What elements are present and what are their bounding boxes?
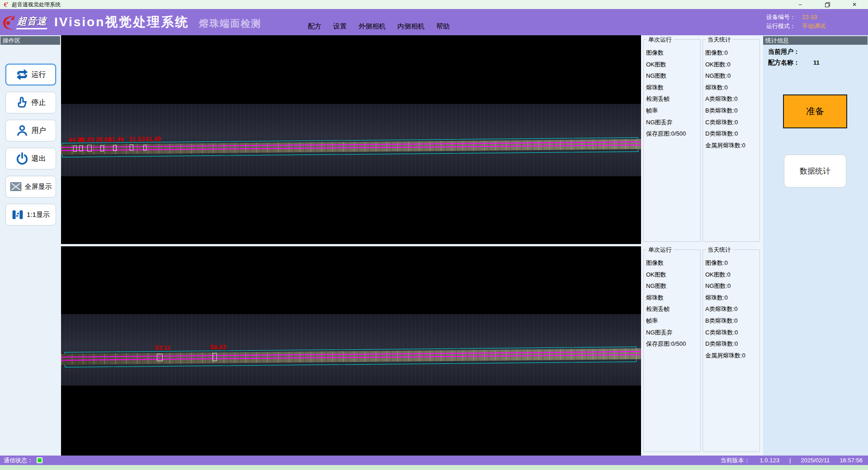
hand-icon [15, 96, 29, 109]
single-run-group: 单次运行 图像数 OK图数 NG图数 熔珠数 检测丢帧 帧率 NG图丢弃 保存原… [643, 249, 701, 452]
version-label: 当前版本： [721, 456, 750, 465]
stat-row: 图像数:0 [705, 257, 760, 269]
current-user-label: 当前用户： [768, 48, 800, 55]
fullscreen-button-label: 全屏显示 [25, 183, 52, 191]
daily-stats-title: 当天统计 [706, 246, 733, 254]
stat-row: B类熔珠数:0 [705, 105, 760, 117]
stat-row: 金属屑熔珠数:0 [705, 140, 760, 151]
one-to-one-button-label: 1:1显示 [27, 211, 50, 219]
brand: 超音速 [0, 13, 50, 32]
defect-box [100, 145, 104, 151]
defect-box [79, 146, 83, 151]
device-id-value: 22-33 [802, 13, 834, 22]
stat-row: 熔珠数 [646, 82, 700, 94]
stats-section-inner: 单次运行 图像数 OK图数 NG图数 熔珠数 检测丢帧 帧率 NG图丢弃 保存原… [642, 245, 762, 456]
stat-row: NG图数:0 [705, 280, 760, 292]
app-header: 超音速 IVision视觉处理系统 熔珠端面检测 配方 设置 外侧相机 内侧相机… [0, 9, 868, 35]
window-title: 超音速视觉处理系统 [12, 1, 61, 9]
inner-camera-view: 53.11 56.43 [61, 246, 641, 456]
stat-row: OK图数:0 [705, 59, 760, 70]
menu-item-settings[interactable]: 设置 [327, 20, 353, 33]
single-run-title: 单次运行 [646, 246, 674, 254]
defect-box [130, 145, 133, 151]
menu-item-outer-camera[interactable]: 外侧相机 [353, 20, 392, 33]
daily-stats-group: 当天统计 图像数:0 OK图数:0 NG图数:0 熔珠数:0 A类熔珠数:0 B… [703, 249, 760, 452]
status-separator: | [789, 457, 791, 464]
stats-section-outer: 单次运行 图像数 OK图数 NG图数 熔珠数 检测丢帧 帧率 NG图丢弃 保存原… [642, 35, 762, 245]
stat-row: 熔珠数:0 [705, 292, 760, 304]
stat-row: 图像数 [646, 47, 700, 59]
stat-row: NG图数 [646, 280, 700, 292]
single-run-group: 单次运行 图像数 OK图数 NG图数 熔珠数 检测丢帧 帧率 NG图丢弃 保存原… [643, 39, 701, 242]
recipe-name-row: 配方名称： 11 [768, 59, 820, 67]
fullscreen-button[interactable]: 全屏显示 [5, 176, 56, 197]
sidebar-title: 操作区 [0, 36, 60, 45]
stat-row: 熔珠数:0 [705, 82, 760, 94]
stop-button[interactable]: 停止 [5, 92, 56, 113]
stat-row: 图像数:0 [705, 47, 760, 59]
run-mode-value: 手动调试 [802, 22, 834, 31]
main-menu: 配方 设置 外侧相机 内侧相机 帮助 [302, 20, 456, 33]
stat-row: C类熔珠数:0 [705, 327, 760, 338]
defect-box [87, 145, 92, 152]
measurement-label: 31.53 [129, 135, 145, 142]
minimize-button[interactable]: – [787, 0, 814, 9]
stat-row: 帧率 [646, 105, 700, 117]
daily-stats-group: 当天统计 图像数:0 OK图数:0 NG图数:0 熔珠数:0 A类熔珠数:0 B… [703, 39, 760, 242]
defect-box [212, 353, 217, 361]
stat-row: NG图丢弃 [646, 327, 700, 338]
app-subtitle: 熔珠端面检测 [199, 17, 261, 30]
main-area: 操作区 运行 [0, 35, 868, 456]
defect-box [73, 146, 77, 152]
os-titlebar: 超音速视觉处理系统 – ✕ [0, 0, 868, 9]
outer-camera-view: 44.39 41.85 39.83 41.49 31.53 41.49 [61, 35, 641, 244]
stat-row: 检测丢帧 [646, 93, 700, 105]
app-logo-icon [3, 1, 9, 8]
exit-button[interactable]: 退出 [5, 148, 56, 169]
comm-status-indicator [37, 457, 42, 463]
defect-box [113, 145, 117, 151]
close-button[interactable]: ✕ [841, 0, 868, 9]
stat-row: OK图数 [646, 269, 700, 281]
stat-row: 熔珠数 [646, 292, 700, 304]
measurement-label: 41.49 [108, 136, 124, 143]
minimize-icon: – [799, 1, 802, 8]
stat-row: C类熔珠数:0 [705, 117, 760, 128]
device-info: 设备编号： 22-33 运行模式： 手动调试 [766, 13, 834, 31]
device-id-label: 设备编号： [766, 13, 796, 22]
stat-row: 保存原图:0/500 [646, 338, 700, 350]
data-statistics-button[interactable]: 数据统计 [784, 155, 846, 188]
stat-row: A类熔珠数:0 [705, 303, 760, 315]
stat-row: 保存原图:0/500 [646, 128, 700, 140]
user-button[interactable]: 用户 [5, 120, 56, 141]
menu-item-inner-camera[interactable]: 内侧相机 [392, 20, 430, 33]
run-mode-label: 运行模式： [766, 22, 796, 31]
sync-icon [15, 68, 29, 81]
menu-item-recipe[interactable]: 配方 [302, 20, 327, 33]
stop-button-label: 停止 [32, 98, 46, 108]
application-window: 超音速视觉处理系统 – ✕ 超音速 IVision视觉处理系统 熔珠端面检测 配… [0, 0, 868, 470]
comm-status-label: 通信状态： [4, 456, 33, 465]
one-to-one-button[interactable]: 1:1显示 [5, 204, 56, 226]
info-panel-title: 统计信息 [763, 36, 868, 45]
status-bar: 通信状态： 当前版本： 1.0.123 | 2025/02/11 16:57:5… [0, 456, 868, 465]
single-run-title: 单次运行 [646, 36, 674, 44]
stat-row: A类熔珠数:0 [705, 93, 760, 105]
run-button-label: 运行 [32, 70, 46, 80]
user-button-label: 用户 [32, 126, 46, 136]
status-time: 16:57:56 [840, 457, 863, 464]
power-icon [15, 152, 29, 165]
menu-item-help[interactable]: 帮助 [430, 20, 456, 33]
restore-button[interactable] [814, 0, 841, 9]
stat-row: D类熔珠数:0 [705, 128, 760, 140]
measurement-label: 41.49 [145, 135, 161, 142]
camera-views: 44.39 41.85 39.83 41.49 31.53 41.49 [61, 35, 641, 456]
comm-status: 通信状态： [0, 456, 42, 465]
user-icon [15, 124, 29, 137]
brand-logo-icon [1, 14, 16, 32]
statistics-info-panel: 统计信息 当前用户： 配方名称： 11 准备 数据统计 [762, 35, 868, 456]
run-button[interactable]: 运行 [5, 64, 56, 85]
status-date: 2025/02/11 [801, 457, 830, 464]
ready-button[interactable]: 准备 [783, 94, 847, 128]
stat-row: 检测丢帧 [646, 303, 700, 315]
